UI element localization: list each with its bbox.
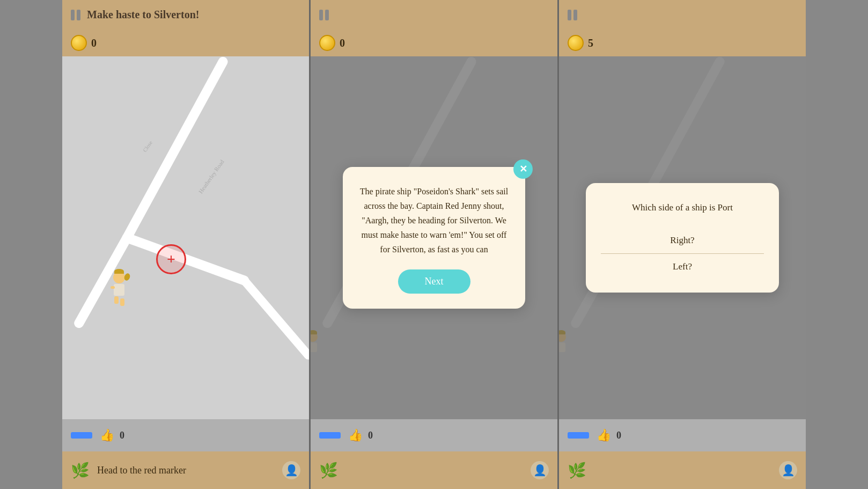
panel-map: Make haste to Silverton! 0 Heatherley Ro… bbox=[62, 0, 309, 489]
map-svg: Heatherley Road Close bbox=[62, 56, 309, 419]
panel-dialog: 0 ✕ The pirate ship "Poseidon's Shark" s… bbox=[311, 0, 557, 489]
svg-text:Close: Close bbox=[142, 140, 153, 153]
tree-icon-p2: 🌿 bbox=[319, 462, 338, 479]
progress-bar-p1 bbox=[71, 432, 92, 439]
thumb-icon-p1: 👍 bbox=[100, 428, 114, 442]
mission-title-p1: Make haste to Silverton! bbox=[87, 9, 199, 21]
coin-row-p1: 0 bbox=[62, 30, 309, 56]
character bbox=[113, 272, 125, 304]
top-bar-p3 bbox=[559, 0, 806, 30]
coin-count-p1: 0 bbox=[91, 37, 97, 49]
progress-bar-p2 bbox=[319, 432, 341, 439]
dialog-overlay: ✕ The pirate ship "Poseidon's Shark" set… bbox=[311, 56, 557, 419]
question-box: Which side of a ship is Port Right? Left… bbox=[586, 183, 779, 293]
question-overlay: Which side of a ship is Port Right? Left… bbox=[559, 56, 806, 419]
tree-icon-p3: 🌿 bbox=[568, 462, 586, 479]
avatar-p2: 👤 bbox=[531, 461, 549, 479]
svg-line-3 bbox=[244, 281, 308, 355]
coin-row-p2: 0 bbox=[311, 30, 557, 56]
coin-row-p3: 5 bbox=[559, 30, 806, 56]
avatar-p1: 👤 bbox=[282, 461, 300, 479]
map-area: Heatherley Road Close bbox=[62, 56, 309, 419]
thumb-count-p2: 0 bbox=[368, 430, 373, 441]
bottom-bar-p1: 🌿 Head to the red marker 👤 bbox=[62, 451, 309, 489]
answer-left-button[interactable]: Left? bbox=[601, 256, 764, 278]
red-marker: + bbox=[156, 244, 186, 274]
thumb-count-p3: 0 bbox=[616, 430, 621, 441]
progress-bar-p3 bbox=[568, 432, 589, 439]
top-bar-panel1: Make haste to Silverton! bbox=[62, 0, 309, 30]
question-text: Which side of a ship is Port bbox=[601, 200, 764, 215]
answer-right-button[interactable]: Right? bbox=[601, 230, 764, 251]
coin-count-p3: 5 bbox=[588, 37, 593, 49]
bottom-strip-p1: 👍 0 bbox=[62, 419, 309, 451]
coin-count-p2: 0 bbox=[340, 37, 345, 49]
thumb-icon-p2: 👍 bbox=[348, 428, 363, 442]
thumb-count-p1: 0 bbox=[120, 430, 124, 441]
bottom-strip-p3: 👍 0 bbox=[559, 419, 806, 451]
pause-button-p2[interactable] bbox=[319, 10, 329, 20]
panel-question: 5 Which side of a ship is Port Right? bbox=[559, 0, 806, 489]
thumb-icon-p3: 👍 bbox=[597, 428, 611, 442]
bottom-bar-p3: 🌿 👤 bbox=[559, 451, 806, 489]
tree-icon-p1: 🌿 bbox=[71, 462, 90, 479]
pause-button-p3[interactable] bbox=[568, 10, 577, 20]
svg-text:Heatherley Road: Heatherley Road bbox=[197, 158, 225, 195]
dialog-text: The pirate ship "Poseidon's Shark" sets … bbox=[358, 184, 510, 257]
pause-button-p1[interactable] bbox=[71, 10, 80, 20]
avatar-p3: 👤 bbox=[779, 461, 797, 479]
bottom-instruction-p1: Head to the red marker bbox=[97, 465, 275, 476]
bottom-strip-p2: 👍 0 bbox=[311, 419, 557, 451]
coin-icon-p2 bbox=[319, 35, 335, 51]
map-area-p3: Which side of a ship is Port Right? Left… bbox=[559, 56, 806, 419]
coin-icon-p1 bbox=[71, 35, 87, 51]
top-bar-p2 bbox=[311, 0, 557, 30]
next-button[interactable]: Next bbox=[398, 269, 470, 294]
dialog-close-button[interactable]: ✕ bbox=[513, 159, 533, 179]
map-area-p2: ✕ The pirate ship "Poseidon's Shark" set… bbox=[311, 56, 557, 419]
coin-icon-p3 bbox=[568, 35, 584, 51]
answer-divider bbox=[601, 253, 764, 254]
bottom-bar-p2: 🌿 👤 bbox=[311, 451, 557, 489]
dialog-box: ✕ The pirate ship "Poseidon's Shark" set… bbox=[343, 167, 525, 309]
